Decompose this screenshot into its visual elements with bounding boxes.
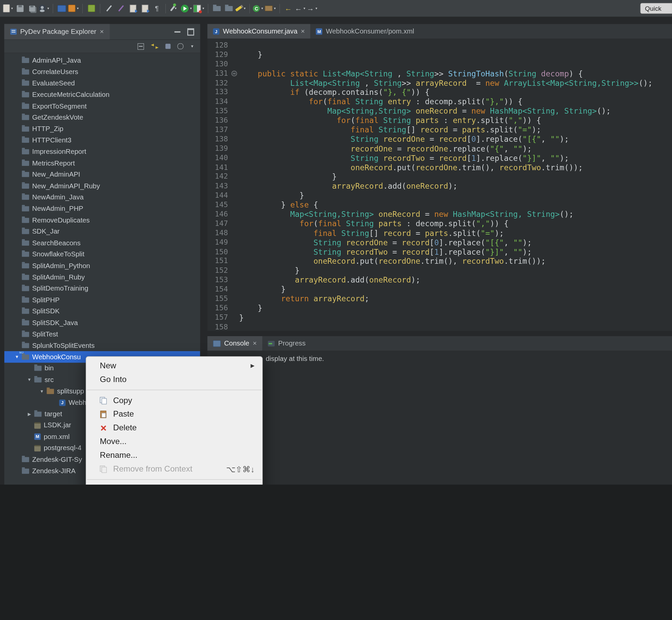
close-icon[interactable]: ×: [253, 340, 257, 347]
menu-item-delete[interactable]: Delete: [86, 421, 262, 435]
menu-item-go-into[interactable]: Go Into: [86, 373, 262, 386]
tree-item-splunktosplitevents[interactable]: SplunkToSplitEvents: [4, 340, 200, 351]
tree-item-splitadmin-python[interactable]: SplitAdmin_Python: [4, 260, 200, 271]
tab-webhookconsumer-java[interactable]: J WebhookConsumer.java ×: [207, 24, 311, 39]
code-line: 154 }: [207, 285, 672, 294]
code-token: ,: [541, 135, 550, 144]
fold-marker[interactable]: −: [230, 69, 239, 79]
tree-item-httpclient3[interactable]: HTTPClient3: [4, 135, 200, 146]
line-number: 152: [207, 266, 230, 275]
quick-access-input[interactable]: Quick: [640, 3, 672, 14]
tree-item-newadmin-php[interactable]: NewAdmin_PHP: [4, 203, 200, 214]
run-button[interactable]: ▼: [181, 2, 192, 14]
code-token: parts: [462, 125, 485, 135]
tree-item-snowflaketosplit[interactable]: SnowflakeToSplit: [4, 249, 200, 260]
tree-item-splittest[interactable]: SplitTest: [4, 328, 200, 340]
code-token: 1: [471, 154, 476, 162]
close-icon[interactable]: ×: [301, 28, 305, 35]
show-whitespace-button[interactable]: ¶: [152, 2, 163, 14]
new-module-button[interactable]: [86, 2, 97, 14]
menu-item-new[interactable]: New▶: [86, 359, 262, 373]
close-icon[interactable]: ×: [100, 28, 104, 35]
menu-item-move[interactable]: Move...: [86, 435, 262, 449]
package-presentation-icon[interactable]: [166, 44, 170, 49]
save-all-button[interactable]: [26, 2, 38, 14]
tree-item-sdk-jar[interactable]: SDK_Jar: [4, 226, 200, 237]
toolbar-separator: [279, 4, 280, 13]
menu-item-import[interactable]: Import...: [86, 483, 262, 484]
menu-item-paste[interactable]: Paste: [86, 407, 262, 421]
tree-item-adminapi-java[interactable]: AdminAPI_Java: [4, 55, 200, 66]
menu-item-copy[interactable]: Copy: [86, 394, 262, 407]
save-button[interactable]: [14, 2, 25, 14]
code-token: ,: [504, 238, 513, 247]
import-folder-button[interactable]: [223, 2, 234, 14]
collapse-all-icon[interactable]: [138, 43, 144, 50]
tab-pydev-package-explorer[interactable]: PyDev Package Explorer ×: [4, 24, 110, 40]
link-file-button[interactable]: [127, 2, 138, 14]
project-icon: [22, 355, 29, 360]
tree-item-correlateusers[interactable]: CorrelateUsers: [4, 66, 200, 78]
tree-item-splitsdk-java[interactable]: SplitSDK_Java: [4, 317, 200, 328]
view-menu-icon[interactable]: ▼: [190, 44, 194, 49]
fold-gutter: [230, 191, 239, 200]
expand-arrow-icon[interactable]: ▶: [26, 412, 33, 416]
code-editor[interactable]: 128129 }130131− public static List<Map<S…: [207, 39, 672, 331]
java-package-button[interactable]: ▼: [68, 2, 79, 14]
highlighter-button[interactable]: ▼: [235, 2, 246, 14]
tree-item-newadmin-java[interactable]: NewAdmin_Java: [4, 192, 200, 203]
user-profile-button[interactable]: ▼: [39, 2, 50, 14]
focus-task-icon[interactable]: [177, 43, 183, 49]
annotate-button[interactable]: [115, 2, 126, 14]
collapse-arrow-icon[interactable]: ▼: [14, 355, 20, 359]
tab-console[interactable]: Console ×: [207, 336, 262, 351]
tree-item-splitsdk[interactable]: SplitSDK: [4, 306, 200, 317]
tree-item-label: SnowflakeToSplit: [32, 251, 85, 258]
tree-item-getzendeskvote[interactable]: GetZendeskVote: [4, 112, 200, 123]
forward-button[interactable]: →▼: [307, 2, 318, 14]
tree-item-searchbeacons[interactable]: SearchBeacons: [4, 237, 200, 249]
tree-item-impressionreport[interactable]: ImpressionReport: [4, 146, 200, 157]
new-class-button[interactable]: C▼: [253, 2, 264, 14]
tree-item-label: HTTPClient3: [32, 137, 71, 144]
maximize-icon[interactable]: [187, 28, 194, 36]
tab-progress[interactable]: Progress: [262, 336, 311, 351]
last-edit-location-button[interactable]: ←: [283, 2, 294, 14]
tree-item-evaluateseed[interactable]: EvaluateSeed: [4, 78, 200, 89]
collapse-arrow-icon[interactable]: ▼: [26, 377, 33, 382]
tree-item-executemetriccalculation[interactable]: ExecuteMetricCalculation: [4, 89, 200, 101]
fold-gutter: [230, 313, 239, 322]
open-console-button[interactable]: [56, 2, 67, 14]
link-with-editor-icon[interactable]: [151, 44, 159, 49]
sketch-button[interactable]: [103, 2, 114, 14]
tree-item-new-adminapi[interactable]: New_AdminAPI: [4, 169, 200, 180]
tree-item-new-adminapi-ruby[interactable]: New_AdminAPI_Ruby: [4, 180, 200, 192]
compare-file-button[interactable]: [139, 2, 151, 14]
tree-item-splitdemotraining[interactable]: SplitDemoTraining: [4, 283, 200, 294]
tree-item-metricsreport[interactable]: MetricsReport: [4, 157, 200, 169]
back-button[interactable]: ←▼: [295, 2, 306, 14]
open-folder-button[interactable]: [211, 2, 222, 14]
code-token: arrayRecord: [309, 294, 365, 303]
code-text: }: [239, 191, 304, 200]
new-package-button[interactable]: ▼: [265, 2, 276, 14]
minimize-icon[interactable]: [174, 31, 180, 33]
link-file-icon: [130, 4, 136, 12]
code-token: );: [448, 182, 458, 191]
coverage-button[interactable]: ▼: [193, 2, 205, 14]
tree-item-splitadmin-ruby[interactable]: SplitAdmin_Ruby: [4, 271, 200, 283]
folder-icon: [22, 240, 29, 245]
collapse-fold-icon: −: [231, 71, 237, 76]
code-token: recordOne: [379, 257, 421, 266]
tree-item-http-zip[interactable]: HTTP_Zip: [4, 123, 200, 135]
tree-item-exporttosegment[interactable]: ExportToSegment: [4, 101, 200, 112]
tab-webhookconsumer-pom-xml[interactable]: M WebhookConsumer/pom.xml: [311, 24, 420, 39]
debug-button[interactable]: ▼: [169, 2, 180, 14]
menu-item-rename[interactable]: Rename...: [86, 449, 262, 462]
tree-item-label: src: [45, 376, 54, 384]
collapse-arrow-icon[interactable]: ▼: [39, 389, 45, 394]
new-button[interactable]: ▼: [3, 2, 14, 14]
tree-item-splitphp[interactable]: SplitPHP: [4, 294, 200, 306]
code-line: 135 Map<String,String> oneRecord = new H…: [207, 107, 672, 116]
tree-item-removeduplicates[interactable]: RemoveDuplicates: [4, 214, 200, 226]
